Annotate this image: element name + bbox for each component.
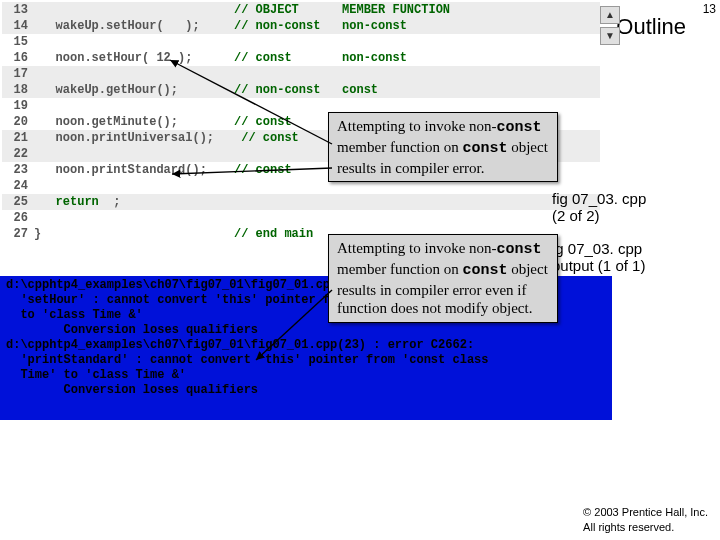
side-label-output: ig 07_03. cpp output (1 of 1) xyxy=(552,240,702,274)
copyright-line-2: All rights reserved. xyxy=(583,520,708,534)
side-label-code: fig 07_03. cpp (2 of 2) xyxy=(552,190,702,224)
line-number: 16 xyxy=(2,50,34,66)
code-line: 15 xyxy=(2,34,600,50)
comment: // const xyxy=(234,115,292,129)
callout2-text-b: member function on xyxy=(337,261,462,277)
line-number: 22 xyxy=(2,146,34,162)
comment: // end main xyxy=(234,227,313,241)
comment: // non-const xyxy=(234,19,320,33)
code-text: wakeUp.getHour(); // non-const const xyxy=(34,82,378,98)
line-number: 19 xyxy=(2,98,34,114)
copyright-line-1: © 2003 Prentice Hall, Inc. xyxy=(583,505,708,519)
chevron-up-icon: ▲ xyxy=(605,10,615,20)
comment: const xyxy=(342,83,378,97)
code-text: noon.setHour( 12 ); // const non-const xyxy=(34,50,407,66)
comment: // OBJECT xyxy=(234,3,299,17)
code-line: 25 return ; xyxy=(2,194,600,210)
code-text xyxy=(34,178,234,194)
line-number: 20 xyxy=(2,114,34,130)
const-keyword: const xyxy=(497,241,542,258)
comment: MEMBER FUNCTION xyxy=(342,3,450,17)
side-labels: fig 07_03. cpp (2 of 2) ig 07_03. cpp ou… xyxy=(552,190,702,290)
code-text: noon.printStandard(); // const non xyxy=(34,162,364,178)
callout-box-1: Attempting to invoke non-const member fu… xyxy=(328,112,558,182)
outline-label: Outline xyxy=(616,14,686,40)
code-text: noon.getMinute(); // const con xyxy=(34,114,364,130)
code-text: return ; xyxy=(34,194,234,210)
code-text: wakeUp.setHour( ); // non-const non-cons… xyxy=(34,18,407,34)
code-text: } // end main xyxy=(34,226,313,242)
code-line: 18 wakeUp.getHour(); // non-const const xyxy=(2,82,600,98)
const-keyword: const xyxy=(497,119,542,136)
code-text xyxy=(34,210,234,226)
line-number: 13 xyxy=(2,2,34,18)
code-line: 14 wakeUp.setHour( ); // non-const non-c… xyxy=(2,18,600,34)
comment: // non-const xyxy=(234,83,320,97)
line-number: 17 xyxy=(2,66,34,82)
comment: // const xyxy=(234,131,299,145)
code-segment: noon.printUniversal(); xyxy=(34,130,234,146)
code-segment: noon.getMinute(); xyxy=(34,114,234,130)
code-segment: noon.setHour( 12 ); xyxy=(34,50,234,66)
nav-up-button[interactable]: ▲ xyxy=(600,6,620,24)
code-text xyxy=(34,146,234,162)
code-segment: noon.printStandard(); xyxy=(34,162,234,178)
comment: non-const xyxy=(342,51,407,65)
code-text xyxy=(34,66,234,82)
nav-buttons: ▲ ▼ xyxy=(600,6,620,45)
const-keyword: const xyxy=(462,140,507,157)
code-text xyxy=(34,98,234,114)
callout-box-2: Attempting to invoke non-const member fu… xyxy=(328,234,558,323)
page-number: 13 xyxy=(703,2,716,16)
callout1-text-b: member function on xyxy=(337,139,462,155)
code-text: noon.printUniversal(); // const con xyxy=(34,130,364,146)
code-text: // OBJECT MEMBER FUNCTION xyxy=(34,2,450,18)
copyright-text: © 2003 Prentice Hall, Inc. All rights re… xyxy=(583,505,708,534)
code-segment: wakeUp.setHour( ); xyxy=(34,18,234,34)
line-number: 27 xyxy=(2,226,34,242)
callout2-text-a: Attempting to invoke non- xyxy=(337,240,497,256)
code-line: 26 xyxy=(2,210,600,226)
callout1-text-a: Attempting to invoke non- xyxy=(337,118,497,134)
nav-down-button[interactable]: ▼ xyxy=(600,27,620,45)
line-number: 25 xyxy=(2,194,34,210)
line-number: 21 xyxy=(2,130,34,146)
code-text xyxy=(34,34,234,50)
code-line: 13// OBJECT MEMBER FUNCTION xyxy=(2,2,600,18)
line-number: 26 xyxy=(2,210,34,226)
chevron-down-icon: ▼ xyxy=(605,31,615,41)
comment: // const xyxy=(234,51,292,65)
code-line: 16 noon.setHour( 12 ); // const non-cons… xyxy=(2,50,600,66)
code-segment: wakeUp.getHour(); xyxy=(34,82,234,98)
line-number: 24 xyxy=(2,178,34,194)
code-line: 17 xyxy=(2,66,600,82)
code-segment: return ; xyxy=(34,194,234,210)
comment: // const xyxy=(234,163,292,177)
line-number: 23 xyxy=(2,162,34,178)
line-number: 18 xyxy=(2,82,34,98)
line-number: 14 xyxy=(2,18,34,34)
code-segment: } xyxy=(34,226,234,242)
line-number: 15 xyxy=(2,34,34,50)
comment: non-const xyxy=(342,19,407,33)
const-keyword: const xyxy=(462,262,507,279)
